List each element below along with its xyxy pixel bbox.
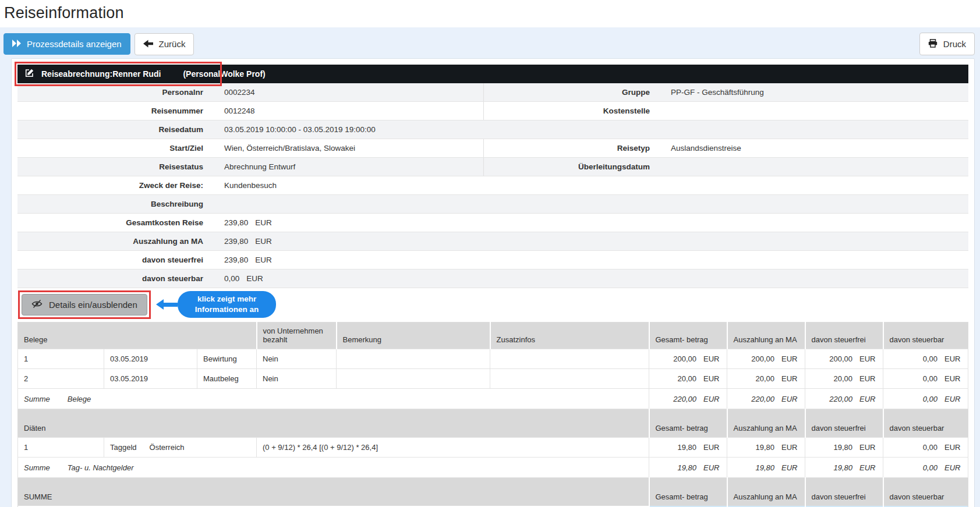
info-label: Zweck der Reise:: [17, 176, 218, 195]
info-label: Reisetyp: [483, 139, 665, 158]
sum-gesamt: 220,00EUR: [649, 389, 727, 409]
diaet-type: TaggeldÖsterreich: [104, 438, 257, 458]
diaet-steuerfrei: 19,80EUR: [805, 438, 883, 458]
info-label: Gesamtkosten Reise: [17, 214, 218, 232]
beleg-steuerbar: 0,00EUR: [883, 369, 968, 389]
diaet-auszahlung: 19,80EUR: [727, 438, 805, 458]
column-header-bemerkung: Bemerkung: [337, 322, 490, 349]
diaeten-row: 1 TaggeldÖsterreich (0 + 9/12) * 26,4 [(…: [18, 438, 968, 458]
info-value: [665, 158, 968, 176]
info-label: Personalnr: [17, 83, 218, 102]
amount: 0,00: [224, 274, 239, 283]
info-label: Start/Ziel: [17, 139, 218, 158]
trip-header-bar: Reiseabrechnung:Renner Rudi (PersonalWol…: [17, 65, 968, 83]
info-value: 0,00EUR: [218, 270, 968, 288]
sum-steuerbar: 0,00EUR: [883, 458, 968, 478]
details-hint-callout: klick zeigt mehr Informationen an: [156, 291, 277, 317]
column-header-auszahlung: Auszahlung an MA: [727, 322, 805, 349]
info-value: 239,80EUR: [218, 214, 968, 232]
currency-label: EUR: [255, 256, 273, 264]
sum-steuerfrei: 220,00EUR: [805, 389, 883, 409]
amount: 239,80: [224, 237, 248, 246]
details-toggle-label: Details ein/ausblenden: [49, 300, 137, 310]
diaet-nr: 1: [18, 438, 104, 458]
details-toggle-button[interactable]: Details ein/ausblenden: [22, 294, 147, 315]
sum-belege-row: SummeBelege 220,00EUR 220,00EUR 220,00EU…: [18, 389, 968, 409]
info-row-steuerbar: davon steuerbar 0,00EUR: [17, 270, 968, 288]
sum-steuerbar: 0,00EUR: [883, 389, 968, 409]
sum-diaeten-label: SummeTag- u. Nachtgelder: [18, 458, 649, 478]
info-row-zweck: Zweck der Reise: Kundenbesuch: [17, 176, 968, 195]
sum-diaeten-row: SummeTag- u. Nachtgelder 19,80EUR 19,80E…: [18, 458, 968, 478]
print-button[interactable]: Druck: [919, 33, 975, 55]
beleg-paid: Nein: [257, 349, 337, 369]
beleg-row: 1 03.05.2019 Bewirtung Nein 200,00EUR 20…: [18, 349, 968, 369]
trip-info-table: Personalnr 0002234 Gruppe PP-GF - Geschä…: [17, 83, 968, 288]
info-row-gesamtkosten: Gesamtkosten Reise 239,80EUR: [17, 214, 968, 232]
column-header-paid: von Unternehmen bezahlt: [257, 322, 337, 349]
info-row-auszahlung: Auszahlung an MA 239,80EUR: [17, 232, 968, 251]
currency-label: EUR: [255, 237, 273, 246]
details-table-header: Belege von Unternehmen bezahlt Bemerkung…: [18, 322, 968, 349]
info-row-start-ziel: Start/Ziel Wien, Österreich/Bratislava, …: [17, 139, 968, 158]
travel-info-panel: Reiseabrechnung:Renner Rudi (PersonalWol…: [11, 58, 975, 507]
column-header-gesamt: Gesamt- betrag: [649, 409, 727, 438]
info-label: Beschreibung: [17, 195, 218, 214]
info-value: Wien, Österreich/Bratislava, Slowakei: [218, 139, 483, 158]
beleg-type: Bewirtung: [197, 349, 257, 369]
process-details-label: Prozessdetails anzeigen: [27, 40, 122, 48]
beleg-steuerfrei: 20,00EUR: [805, 369, 883, 389]
details-hint-bubble: klick zeigt mehr Informationen an: [178, 291, 277, 317]
printer-icon: [928, 39, 937, 49]
beleg-bemerkung: [337, 369, 490, 389]
section-label-diaeten: Diäten: [18, 409, 649, 438]
column-header-auszahlung: Auszahlung an MA: [727, 409, 805, 438]
trip-header-subtitle: (PersonalWolke Prof): [183, 69, 265, 79]
beleg-date: 03.05.2019: [104, 349, 197, 369]
print-label: Druck: [943, 40, 966, 48]
info-value: Auslandsdienstreise: [665, 139, 968, 158]
sum-steuerfrei: 19,80EUR: [805, 458, 883, 478]
info-row-reisestatus: Reisestatus Abrechnung Entwurf Überleitu…: [17, 158, 968, 176]
details-controls: Details ein/ausblenden klick zeigt mehr …: [22, 292, 968, 317]
info-label: davon steuerfrei: [17, 251, 218, 270]
column-header-auszahlung: Auszahlung an MA: [727, 478, 805, 506]
info-label: Reisenummer: [17, 102, 218, 120]
beleg-row: 2 03.05.2019 Mautbeleg Nein 20,00EUR 20,…: [18, 369, 968, 389]
currency-label: EUR: [246, 274, 264, 283]
info-label: Reisestatus: [17, 158, 218, 176]
column-header-steuerbar: davon steuerbar: [883, 322, 968, 349]
process-details-button[interactable]: Prozessdetails anzeigen: [3, 33, 130, 55]
sum-belege-label: SummeBelege: [18, 389, 649, 409]
column-header-zusatzinfos: Zusatzinfos: [490, 322, 649, 349]
info-label: Reisedatum: [17, 120, 218, 139]
info-value: [665, 102, 968, 120]
info-row-steuerfrei: davon steuerfrei 239,80EUR: [17, 251, 968, 270]
section-label-summe: SUMME: [18, 478, 649, 506]
page-title: Reiseinformation: [4, 4, 980, 22]
column-header-steuerbar: davon steuerbar: [883, 409, 968, 438]
info-row-personalnr: Personalnr 0002234 Gruppe PP-GF - Geschä…: [17, 83, 968, 102]
info-value: 239,80EUR: [218, 232, 968, 251]
column-header-steuerbar: davon steuerbar: [883, 478, 968, 506]
back-button[interactable]: Zurück: [135, 33, 194, 55]
callout-arrow-icon: [156, 299, 164, 310]
trip-header-title: Reiseabrechnung:Renner Rudi: [41, 69, 161, 79]
beleg-date: 03.05.2019: [104, 369, 197, 389]
summe-section-header: SUMME Gesamt- betrag Auszahlung an MA da…: [18, 478, 968, 506]
info-label: davon steuerbar: [17, 270, 218, 288]
fast-forward-icon: [12, 40, 21, 48]
info-value: [218, 195, 968, 214]
amount: 239,80: [224, 256, 248, 264]
sum-auszahlung: 19,80EUR: [727, 458, 805, 478]
column-header-steuerfrei: davon steuerfrei: [805, 478, 883, 506]
sum-auszahlung: 220,00EUR: [727, 389, 805, 409]
beleg-auszahlung: 200,00EUR: [727, 349, 805, 369]
diaet-steuerbar: 0,00EUR: [883, 438, 968, 458]
info-label: Überleitungsdatum: [483, 158, 665, 176]
callout-arrow-stem: [164, 303, 178, 307]
diaet-formula: (0 + 9/12) * 26,4 [(0 + 9/12) * 26,4]: [257, 438, 649, 458]
info-value: 0002234: [218, 83, 483, 102]
beleg-steuerbar: 0,00EUR: [883, 349, 968, 369]
beleg-nr: 1: [18, 349, 104, 369]
